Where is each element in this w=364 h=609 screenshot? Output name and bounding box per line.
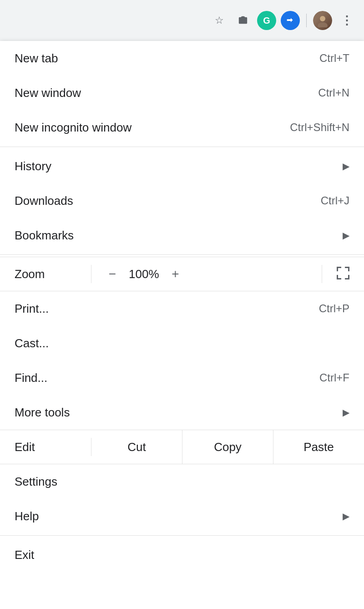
svg-rect-7: [337, 275, 338, 279]
exit-label: Exit: [15, 548, 34, 562]
history-arrow: ▶: [343, 161, 349, 172]
new-tab-label: New tab: [15, 51, 58, 66]
bookmarks-arrow: ▶: [343, 230, 349, 241]
more-tools-arrow: ▶: [343, 407, 349, 418]
downloads-item[interactable]: Downloads Ctrl+J: [0, 183, 364, 218]
edit-row: Edit Cut Copy Paste: [0, 430, 364, 464]
toolbar: ☆ G ⋮: [0, 0, 364, 41]
help-arrow: ▶: [343, 511, 349, 522]
find-label: Find...: [15, 371, 47, 385]
print-label: Print...: [15, 302, 49, 316]
new-incognito-shortcut: Ctrl+Shift+N: [290, 121, 349, 134]
new-tab-shortcut: Ctrl+T: [319, 52, 349, 65]
history-label: History: [15, 159, 51, 173]
downloads-shortcut: Ctrl+J: [321, 194, 349, 207]
history-item[interactable]: History ▶: [0, 149, 364, 183]
separator-2: [0, 254, 364, 255]
settings-item[interactable]: Settings: [0, 464, 364, 499]
print-item[interactable]: Print... Ctrl+P: [0, 291, 364, 326]
help-label: Help: [15, 509, 39, 523]
zoom-controls: − 100% +: [91, 266, 322, 282]
zoom-percent: 100%: [129, 267, 159, 281]
svg-point-0: [320, 16, 325, 21]
toolbar-separator: [306, 14, 307, 27]
more-tools-label: More tools: [15, 406, 70, 420]
separator-1: [0, 147, 364, 147]
grammarly-icon[interactable]: G: [257, 11, 276, 30]
new-incognito-item[interactable]: New incognito window Ctrl+Shift+N: [0, 110, 364, 145]
find-item[interactable]: Find... Ctrl+F: [0, 360, 364, 395]
camera-icon[interactable]: [233, 11, 253, 30]
new-tab-item[interactable]: New tab Ctrl+T: [0, 41, 364, 76]
cut-button[interactable]: Cut: [91, 430, 182, 464]
print-shortcut: Ctrl+P: [319, 302, 349, 315]
fullscreen-button[interactable]: [322, 265, 364, 283]
new-window-item[interactable]: New window Ctrl+N: [0, 76, 364, 110]
svg-rect-3: [337, 267, 338, 271]
chrome-menu: New tab Ctrl+T New window Ctrl+N New inc…: [0, 41, 364, 609]
zoom-row: Zoom − 100% +: [0, 257, 364, 291]
find-shortcut: Ctrl+F: [319, 371, 349, 384]
avatar-icon[interactable]: [313, 11, 332, 30]
settings-label: Settings: [15, 475, 57, 489]
cast-label: Cast...: [15, 336, 49, 350]
svg-rect-5: [348, 267, 349, 271]
bookmarks-item[interactable]: Bookmarks ▶: [0, 218, 364, 253]
separator-3: [0, 535, 364, 536]
zoom-label: Zoom: [0, 267, 91, 281]
star-icon[interactable]: ☆: [210, 11, 229, 30]
cast-item[interactable]: Cast...: [0, 326, 364, 360]
zoom-in-button[interactable]: +: [167, 266, 184, 282]
exit-item[interactable]: Exit: [0, 538, 364, 572]
more-options-icon[interactable]: ⋮: [337, 11, 356, 30]
more-tools-item[interactable]: More tools ▶: [0, 395, 364, 430]
svg-rect-9: [348, 275, 349, 279]
svg-point-1: [318, 22, 328, 27]
copy-button[interactable]: Copy: [182, 430, 273, 464]
help-item[interactable]: Help ▶: [0, 499, 364, 533]
new-window-shortcut: Ctrl+N: [318, 86, 349, 99]
ext-icon[interactable]: [281, 11, 300, 30]
new-incognito-label: New incognito window: [15, 121, 131, 135]
zoom-out-button[interactable]: −: [104, 266, 121, 282]
paste-button[interactable]: Paste: [273, 430, 364, 464]
downloads-label: Downloads: [15, 194, 73, 208]
new-window-label: New window: [15, 86, 81, 100]
edit-label: Edit: [0, 440, 91, 454]
bookmarks-label: Bookmarks: [15, 228, 74, 243]
